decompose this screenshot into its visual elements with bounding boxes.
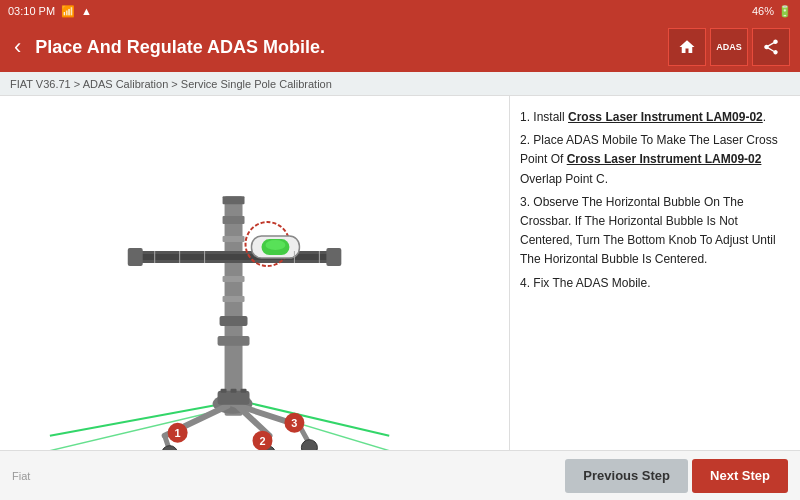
instruction-4: 4. Fix The ADAS Mobile. xyxy=(520,274,790,293)
instrument-ref-2: Cross Laser Instrument LAM09-02 xyxy=(567,152,762,166)
header-icons: ADAS xyxy=(668,28,790,66)
svg-rect-0 xyxy=(0,96,509,449)
previous-step-button[interactable]: Previous Step xyxy=(565,459,688,493)
svg-text:1: 1 xyxy=(175,427,181,439)
svg-text:3: 3 xyxy=(291,417,297,429)
footer-buttons: Previous Step Next Step xyxy=(565,459,788,493)
diagram-area: 1 2 3 C xyxy=(0,96,510,450)
breadcrumb: FIAT V36.71 > ADAS Calibration > Service… xyxy=(0,72,800,96)
adas-label: ADAS xyxy=(716,42,742,52)
header: ‹ Place And Regulate ADAS Mobile. ADAS xyxy=(0,22,800,72)
next-step-button[interactable]: Next Step xyxy=(692,459,788,493)
page-title: Place And Regulate ADAS Mobile. xyxy=(35,37,658,58)
svg-rect-6 xyxy=(223,196,245,204)
adas-diagram: 1 2 3 C xyxy=(0,96,509,450)
wifi-icon: 📶 xyxy=(61,5,75,18)
instruction-1: 1. Install Cross Laser Instrument LAM09-… xyxy=(520,108,790,127)
breadcrumb-text: FIAT V36.71 > ADAS Calibration > Service… xyxy=(10,78,332,90)
svg-rect-46 xyxy=(221,389,227,393)
share-button[interactable] xyxy=(752,28,790,66)
svg-rect-15 xyxy=(130,254,340,260)
svg-rect-11 xyxy=(223,296,245,302)
svg-rect-5 xyxy=(225,196,243,416)
signal-icon: ▲ xyxy=(81,5,92,17)
status-right: 46% 🔋 xyxy=(752,5,792,18)
svg-rect-47 xyxy=(231,389,237,393)
svg-rect-10 xyxy=(223,276,245,282)
status-bar: 03:10 PM 📶 ▲ 46% 🔋 xyxy=(0,0,800,22)
adas-button[interactable]: ADAS xyxy=(710,28,748,66)
instruction-2: 2. Place ADAS Mobile To Make The Laser C… xyxy=(520,131,790,189)
instructions-area: 1. Install Cross Laser Instrument LAM09-… xyxy=(510,96,800,450)
svg-point-21 xyxy=(265,240,285,250)
instrument-ref-1: Cross Laser Instrument LAM09-02 xyxy=(568,110,763,124)
battery-percent: 46% xyxy=(752,5,774,17)
svg-rect-48 xyxy=(241,389,247,393)
status-time: 03:10 PM xyxy=(8,5,55,17)
status-left: 03:10 PM 📶 ▲ xyxy=(8,5,92,18)
svg-rect-7 xyxy=(223,216,245,224)
footer: Fiat Previous Step Next Step xyxy=(0,450,800,500)
brand-label: Fiat xyxy=(12,470,30,482)
svg-rect-17 xyxy=(326,248,341,266)
back-button[interactable]: ‹ xyxy=(10,30,25,64)
main-content: 1 2 3 C 1. Install Cross Laser Instrumen… xyxy=(0,96,800,450)
svg-text:2: 2 xyxy=(259,435,265,447)
battery-icon: 🔋 xyxy=(778,5,792,18)
instruction-3: 3. Observe The Horizontal Bubble On The … xyxy=(520,193,790,270)
svg-rect-13 xyxy=(218,336,250,346)
svg-rect-16 xyxy=(128,248,143,266)
svg-rect-8 xyxy=(223,236,245,242)
svg-rect-12 xyxy=(220,316,248,326)
home-button[interactable] xyxy=(668,28,706,66)
svg-rect-45 xyxy=(218,391,250,405)
